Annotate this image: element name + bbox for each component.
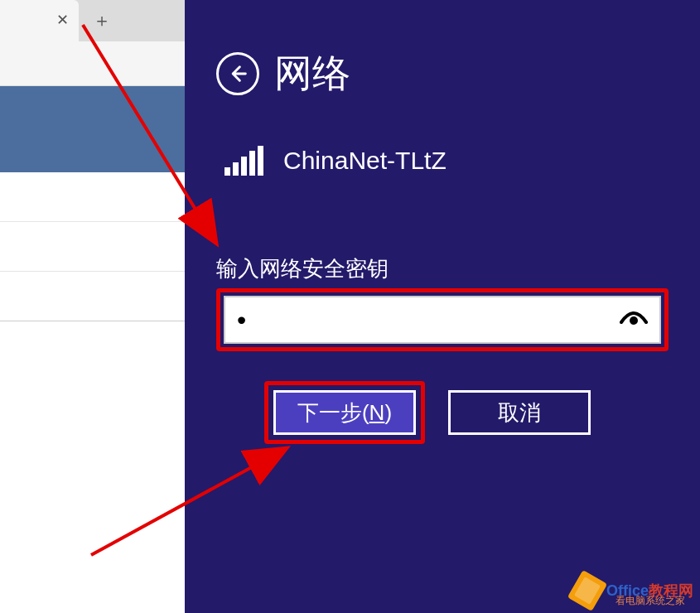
tab-strip: ✕ ＋ — [0, 0, 185, 41]
password-field-container — [224, 296, 661, 344]
svg-point-0 — [630, 316, 638, 325]
next-button-label-suffix: ) — [384, 400, 392, 426]
url-bar[interactable] — [0, 41, 185, 86]
back-arrow-icon — [226, 62, 249, 85]
network-row: ChinaNet-TLtZ — [224, 146, 669, 176]
panel-title: 网络 — [274, 48, 350, 99]
browser-background: ✕ ＋ — [0, 0, 185, 613]
password-input[interactable] — [237, 305, 620, 335]
input-annotation-highlight — [216, 288, 669, 351]
network-name: ChinaNet-TLtZ — [283, 147, 447, 175]
panel-header: 网络 — [216, 48, 669, 99]
page-header-band — [0, 86, 185, 172]
next-button-annotation-highlight: 下一步(N) — [264, 381, 425, 444]
back-button[interactable] — [216, 52, 259, 95]
reveal-password-icon[interactable] — [620, 307, 648, 332]
cancel-button-label: 取消 — [498, 398, 541, 427]
browser-tab[interactable]: ✕ — [0, 0, 79, 41]
watermark: Office教程网 看电脑系统之家 — [573, 575, 693, 606]
password-label: 输入网络安全密钥 — [216, 254, 669, 283]
watermark-subtext: 看电脑系统之家 — [616, 594, 685, 608]
next-button[interactable]: 下一步(N) — [273, 390, 416, 435]
close-tab-icon[interactable]: ✕ — [54, 12, 70, 28]
page-list-row — [0, 222, 185, 272]
new-tab-button[interactable]: ＋ — [85, 4, 118, 37]
cancel-button[interactable]: 取消 — [448, 390, 591, 435]
page-list-row — [0, 172, 185, 222]
next-button-label-prefix: 下一步( — [297, 398, 369, 427]
page-list-row — [0, 272, 185, 321]
next-button-accelerator: N — [369, 400, 385, 426]
network-panel: 网络 ChinaNet-TLtZ 输入网络安全密钥 下一步(N) — [185, 0, 700, 613]
buttons-row: 下一步(N) 取消 — [264, 381, 669, 444]
wifi-signal-icon — [224, 146, 263, 176]
watermark-badge-icon — [567, 570, 607, 611]
